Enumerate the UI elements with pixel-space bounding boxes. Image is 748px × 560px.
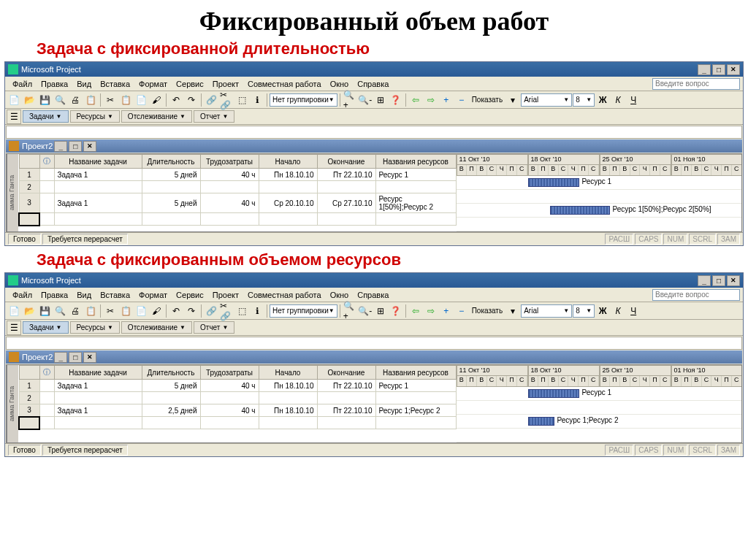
italic-button[interactable]: К <box>611 304 625 318</box>
menu-window[interactable]: Окно <box>326 289 354 301</box>
open-icon[interactable]: 📂 <box>22 304 37 318</box>
gantt-row[interactable] <box>457 401 742 415</box>
col-start[interactable]: Начало <box>259 155 317 169</box>
view-report[interactable]: Отчет▼ <box>194 110 234 123</box>
search-icon[interactable]: 🔍 <box>53 93 67 107</box>
cut-icon[interactable]: ✂ <box>103 93 118 107</box>
views-icon[interactable]: ☰ <box>7 110 21 124</box>
paste-icon[interactable]: 📄 <box>134 304 148 318</box>
menu-file[interactable]: Файл <box>8 289 37 301</box>
menu-help[interactable]: Справка <box>353 289 393 301</box>
view-tasks[interactable]: Задачи▼ <box>23 110 69 123</box>
table-row[interactable]: 1Задача 15 дней40 чПн 18.10.10Пт 22.10.1… <box>19 380 456 392</box>
size-combo[interactable]: 8▼ <box>573 304 595 318</box>
col-name[interactable]: Название задачи <box>54 155 142 169</box>
menu-collab[interactable]: Совместная работа <box>243 78 326 90</box>
col-finish[interactable]: Окончание <box>317 366 375 380</box>
doc-maximize[interactable]: □ <box>69 141 82 152</box>
link-icon[interactable]: 🔗 <box>204 304 218 318</box>
outdent-icon[interactable]: + <box>439 93 454 107</box>
col-start[interactable]: Начало <box>259 366 317 380</box>
zoom-out-icon[interactable]: 🔍- <box>358 304 373 318</box>
zoom-in-icon[interactable]: 🔍+ <box>343 93 357 107</box>
gantt-row[interactable]: Ресурс 1 <box>457 176 742 190</box>
menu-project[interactable]: Проект <box>208 289 243 301</box>
underline-button[interactable]: Ч <box>626 93 641 107</box>
menu-view[interactable]: Вид <box>72 78 96 90</box>
col-finish[interactable]: Окончание <box>317 155 375 169</box>
menu-collab[interactable]: Совместная работа <box>243 289 326 301</box>
size-combo[interactable]: 8▼ <box>573 93 595 107</box>
menu-format[interactable]: Формат <box>134 289 172 301</box>
group-combo[interactable]: Нет группировки▼ <box>270 93 337 107</box>
split-icon[interactable]: ⬚ <box>234 93 249 107</box>
gantt-bar[interactable] <box>528 178 579 187</box>
zoom-in-icon[interactable]: 🔍+ <box>343 304 357 318</box>
undo-icon[interactable]: ↶ <box>169 93 183 107</box>
task-grid[interactable]: ⓘ Название задачи Длительность Трудозатр… <box>18 154 457 226</box>
show-dropdown[interactable]: ▾ <box>505 304 520 318</box>
help-search[interactable] <box>652 78 740 90</box>
underline-button[interactable]: Ч <box>626 304 641 318</box>
views-icon[interactable]: ☰ <box>7 321 21 335</box>
unlink-icon[interactable]: ✂🔗 <box>219 304 234 318</box>
font-combo[interactable]: Arial▼ <box>521 93 572 107</box>
col-resources[interactable]: Названия ресурсов <box>375 155 456 169</box>
entry-bar[interactable] <box>6 337 742 350</box>
col-name[interactable]: Название задачи <box>54 366 142 380</box>
preview-icon[interactable]: 📋 <box>83 93 98 107</box>
view-tracking[interactable]: Отслеживание▼ <box>121 110 192 123</box>
indent-icon[interactable]: − <box>454 93 469 107</box>
gantt-bar[interactable] <box>528 389 579 398</box>
doc-minimize[interactable]: _ <box>54 141 67 152</box>
redo-icon[interactable]: ↷ <box>184 304 199 318</box>
gantt-bar[interactable] <box>528 417 554 426</box>
indent-icon[interactable]: − <box>454 304 469 318</box>
help-icon[interactable]: ❓ <box>389 93 403 107</box>
goto-task-icon[interactable]: ⊞ <box>373 93 388 107</box>
menu-edit[interactable]: Правка <box>37 78 72 90</box>
col-work[interactable]: Трудозатраты <box>200 366 259 380</box>
redo-icon[interactable]: ↷ <box>184 93 199 107</box>
menu-format[interactable]: Формат <box>134 78 172 90</box>
unlink-icon[interactable]: ✂🔗 <box>219 93 234 107</box>
show-dropdown[interactable]: ▾ <box>505 93 520 107</box>
menu-window[interactable]: Окно <box>326 78 354 90</box>
search-icon[interactable]: 🔍 <box>53 304 67 318</box>
gantt-row[interactable]: Ресурс 1;Ресурс 2 <box>457 415 742 429</box>
table-row[interactable]: 3Задача 15 дней40 чСр 20.10.10Ср 27.10.1… <box>19 193 456 213</box>
close-button[interactable]: ✕ <box>727 64 740 75</box>
undo-icon[interactable]: ↶ <box>169 304 183 318</box>
menu-help[interactable]: Справка <box>353 78 393 90</box>
preview-icon[interactable]: 📋 <box>83 304 98 318</box>
menu-edit[interactable]: Правка <box>37 289 72 301</box>
help-search[interactable] <box>652 289 740 301</box>
minimize-button[interactable]: _ <box>698 275 711 286</box>
view-resources[interactable]: Ресурсы▼ <box>70 110 120 123</box>
bold-button[interactable]: Ж <box>595 93 610 107</box>
maximize-button[interactable]: □ <box>712 64 725 75</box>
save-icon[interactable]: 💾 <box>37 304 52 318</box>
group-combo[interactable]: Нет группировки▼ <box>270 304 337 318</box>
menu-insert[interactable]: Вставка <box>96 289 134 301</box>
arrow-left-icon[interactable]: ⇦ <box>408 304 423 318</box>
entry-bar[interactable] <box>6 126 742 139</box>
copy-icon[interactable]: 📋 <box>118 93 133 107</box>
save-icon[interactable]: 💾 <box>37 93 52 107</box>
paste-icon[interactable]: 📄 <box>134 93 148 107</box>
arrow-left-icon[interactable]: ⇦ <box>408 93 423 107</box>
info-icon[interactable]: ℹ <box>250 304 264 318</box>
view-tracking[interactable]: Отслеживание▼ <box>121 321 192 334</box>
new-icon[interactable]: 📄 <box>7 304 21 318</box>
format-painter-icon[interactable]: 🖌 <box>149 304 164 318</box>
view-report[interactable]: Отчет▼ <box>194 321 234 334</box>
view-tab-gantt[interactable]: амма Ганта <box>7 154 18 231</box>
table-row[interactable]: 2 <box>19 181 456 193</box>
new-icon[interactable]: 📄 <box>7 93 21 107</box>
maximize-button[interactable]: □ <box>712 275 725 286</box>
menu-insert[interactable]: Вставка <box>96 78 134 90</box>
minimize-button[interactable]: _ <box>698 64 711 75</box>
zoom-out-icon[interactable]: 🔍- <box>358 93 373 107</box>
format-painter-icon[interactable]: 🖌 <box>149 93 164 107</box>
doc-maximize[interactable]: □ <box>69 352 82 363</box>
